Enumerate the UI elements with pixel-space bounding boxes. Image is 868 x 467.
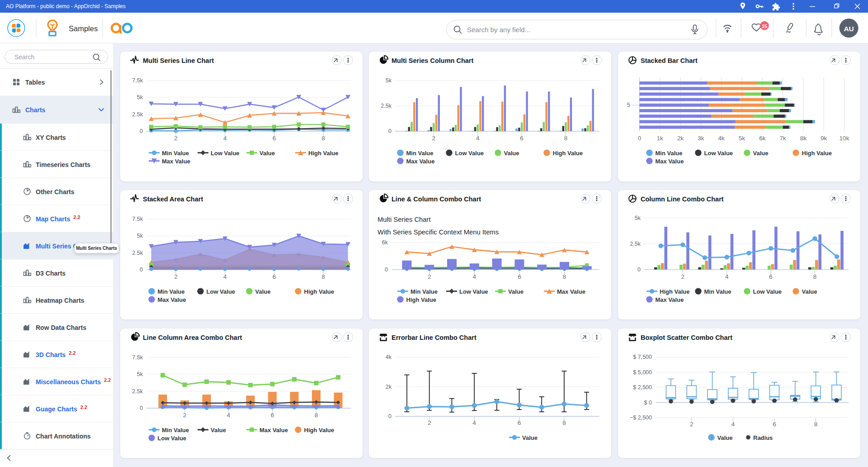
- svg-text:4: 4: [223, 273, 227, 280]
- svg-text:Miscellaneous Charts2.2: Miscellaneous Charts2.2: [36, 377, 111, 386]
- svg-text:Max Value: Max Value: [656, 296, 684, 303]
- svg-text:Min Value: Min Value: [406, 150, 434, 157]
- svg-text:AU: AU: [844, 25, 854, 33]
- svg-text:2: 2: [432, 135, 436, 142]
- svg-text:Column Line Combo Chart: Column Line Combo Chart: [641, 195, 724, 203]
- svg-text:Min Value: Min Value: [656, 150, 683, 157]
- svg-text:8: 8: [814, 421, 818, 428]
- svg-text:XY Charts: XY Charts: [36, 134, 66, 141]
- svg-text:Samples: Samples: [69, 24, 98, 33]
- svg-text:6: 6: [769, 273, 773, 280]
- svg-text:Chart Annotations: Chart Annotations: [36, 433, 91, 440]
- svg-text:Min Value: Min Value: [158, 288, 185, 295]
- svg-text:D3 Charts: D3 Charts: [36, 270, 66, 277]
- svg-text:8: 8: [322, 135, 326, 142]
- svg-text:0: 0: [140, 267, 143, 273]
- svg-text:Value: Value: [508, 288, 524, 295]
- svg-text:8k: 8k: [800, 135, 807, 142]
- svg-text:Errorbar Line Combo Chart: Errorbar Line Combo Chart: [392, 334, 476, 341]
- svg-text:2: 2: [428, 273, 431, 280]
- svg-text:Low Value: Low Value: [459, 288, 488, 295]
- svg-text:3k: 3k: [698, 135, 704, 142]
- svg-text:Value: Value: [211, 427, 226, 434]
- svg-text:0: 0: [388, 128, 392, 134]
- svg-text:4: 4: [227, 412, 231, 419]
- svg-text:Low Value: Low Value: [211, 150, 240, 157]
- svg-text:Line Column Area Combo Chart: Line Column Area Combo Chart: [143, 334, 242, 341]
- svg-text:4: 4: [223, 135, 227, 142]
- svg-text:4: 4: [731, 421, 735, 428]
- svg-text:5k: 5k: [386, 77, 392, 84]
- svg-text:Other Charts: Other Charts: [36, 188, 75, 195]
- svg-text:Map Charts2.2: Map Charts2.2: [36, 214, 80, 223]
- svg-text:Radius: Radius: [753, 434, 773, 441]
- svg-text:8: 8: [322, 273, 326, 280]
- svg-text:Low Value: Low Value: [753, 288, 782, 295]
- svg-text:Max Value: Max Value: [162, 158, 190, 165]
- svg-text:7.5k: 7.5k: [132, 354, 143, 361]
- svg-text:8: 8: [562, 419, 566, 426]
- svg-text:Guage Charts2.2: Guage Charts2.2: [36, 405, 87, 413]
- svg-text:6k: 6k: [382, 239, 388, 246]
- svg-text:2: 2: [183, 412, 187, 419]
- svg-text:Max Value: Max Value: [158, 296, 186, 303]
- svg-text:2.5k: 2.5k: [132, 388, 143, 395]
- svg-text:4k: 4k: [718, 135, 725, 142]
- svg-text:High Value: High Value: [406, 296, 436, 303]
- svg-text:6: 6: [520, 135, 524, 142]
- svg-text:Low Value: Low Value: [207, 288, 236, 295]
- svg-text:5k: 5k: [137, 371, 143, 377]
- svg-text:Min Value: Min Value: [162, 427, 189, 434]
- svg-text:0: 0: [638, 135, 642, 142]
- svg-text:6k: 6k: [759, 135, 766, 142]
- svg-text:Max Value: Max Value: [259, 427, 288, 434]
- svg-text:4: 4: [725, 273, 729, 280]
- svg-text:Low Value: Low Value: [158, 435, 187, 442]
- svg-text:5k: 5k: [635, 215, 641, 221]
- svg-text:High Value: High Value: [802, 150, 832, 157]
- svg-text:Max Value: Max Value: [406, 158, 435, 165]
- svg-text:8: 8: [813, 273, 817, 280]
- svg-text:Low Value: Low Value: [704, 150, 733, 157]
- svg-text:High Value: High Value: [304, 288, 334, 295]
- svg-text:8: 8: [315, 412, 318, 419]
- svg-text:6: 6: [773, 421, 776, 428]
- svg-text:6: 6: [518, 419, 521, 426]
- svg-text:$ 7,500: $ 7,500: [633, 354, 652, 360]
- svg-text:2.5k: 2.5k: [381, 103, 392, 109]
- svg-text:Low Value: Low Value: [455, 150, 484, 157]
- svg-text:2: 2: [174, 273, 178, 280]
- svg-text:Row Data Charts: Row Data Charts: [36, 324, 86, 331]
- svg-text:Max Value: Max Value: [557, 288, 585, 295]
- svg-text:Multi Series Chart: Multi Series Chart: [377, 216, 431, 223]
- svg-text:2.5k: 2.5k: [132, 250, 143, 256]
- svg-text:Value: Value: [802, 288, 817, 295]
- svg-text:High Value: High Value: [553, 150, 583, 157]
- svg-text:10k: 10k: [840, 135, 849, 142]
- svg-text:Min Value: Min Value: [162, 150, 189, 157]
- svg-text:2.5k: 2.5k: [132, 111, 143, 118]
- svg-text:Value: Value: [259, 150, 275, 157]
- svg-text:$ 5,000: $ 5,000: [633, 369, 652, 376]
- svg-text:6: 6: [273, 273, 276, 280]
- svg-text:9k: 9k: [821, 135, 827, 142]
- svg-text:Multi Series Line Chart: Multi Series Line Chart: [143, 57, 214, 64]
- svg-text:Value: Value: [717, 434, 733, 441]
- svg-text:2: 2: [690, 421, 693, 428]
- svg-text:Value: Value: [255, 288, 271, 295]
- svg-text:6: 6: [273, 135, 276, 142]
- svg-text:Heatmap Charts: Heatmap Charts: [36, 297, 85, 304]
- svg-text:Tables: Tables: [25, 79, 45, 86]
- svg-text:Min Value: Min Value: [704, 288, 731, 295]
- svg-text:5k: 5k: [137, 233, 143, 239]
- svg-text:2: 2: [681, 273, 685, 280]
- svg-text:$ 2,500: $ 2,500: [633, 384, 652, 391]
- svg-text:Value: Value: [753, 150, 769, 157]
- svg-text:With Series Specific Context M: With Series Specific Context Menu Items: [377, 229, 499, 236]
- svg-text:Timeseries Charts: Timeseries Charts: [36, 161, 90, 168]
- svg-text:Min Value: Min Value: [410, 288, 438, 295]
- svg-text:3D Charts2.2: 3D Charts2.2: [36, 350, 75, 358]
- svg-text:Max Value: Max Value: [656, 158, 684, 165]
- svg-text:Boxplot Scatter Combo Chart: Boxplot Scatter Combo Chart: [641, 334, 732, 341]
- svg-text:8: 8: [563, 273, 566, 280]
